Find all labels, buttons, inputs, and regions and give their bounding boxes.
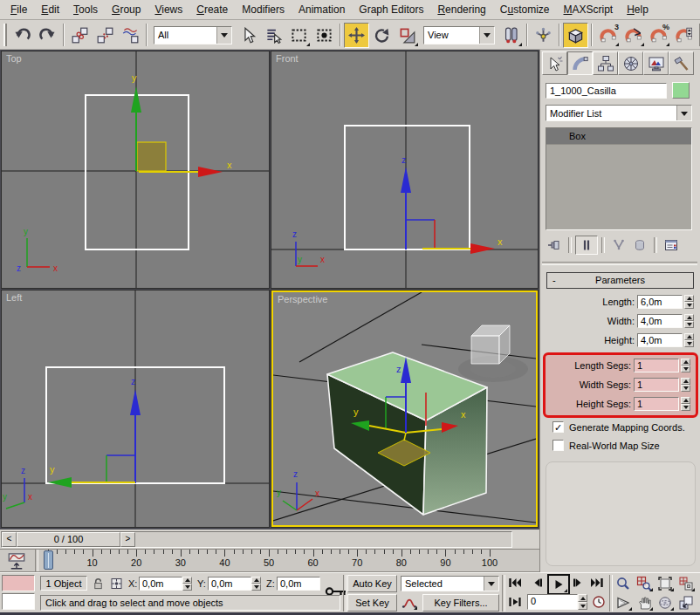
use-pivot-point-center-button[interactable] [498, 23, 524, 48]
menu-item-modifiers[interactable]: Modifiers [235, 1, 292, 18]
width-spinner[interactable] [684, 314, 694, 328]
modifier-stack-item-box[interactable]: Box [546, 128, 691, 145]
menu-item-graph-editors[interactable]: Graph Editors [352, 1, 430, 18]
show-end-result-button[interactable] [575, 236, 598, 255]
object-color-swatch[interactable] [672, 82, 690, 99]
height-segs-field[interactable]: 1 [634, 397, 679, 411]
tab-create[interactable] [542, 51, 567, 75]
next-frame-button[interactable] [569, 575, 587, 591]
menu-item-create[interactable]: Create [189, 1, 235, 18]
tab-hierarchy[interactable] [593, 51, 618, 75]
width-segs-field[interactable]: 1 [634, 378, 679, 392]
snap-3d-button[interactable]: 3 [595, 23, 621, 48]
object-name-field[interactable]: 1_1000_Casilla [546, 83, 667, 99]
previous-frame-slider-button[interactable]: < [2, 532, 17, 547]
select-and-rotate-button[interactable] [369, 23, 395, 48]
viewport-label-perspective[interactable]: Perspective [278, 294, 327, 304]
current-frame-spinner[interactable] [578, 594, 587, 610]
select-by-name-button[interactable] [261, 23, 286, 48]
window-crossing-toggle-button[interactable] [312, 23, 337, 48]
parameters-rollout-header[interactable]: - Parameters [546, 272, 694, 289]
width-field[interactable]: 4,0m [637, 314, 683, 328]
length-field[interactable]: 6,0m [637, 295, 683, 309]
time-slider-value-button[interactable]: 0 / 100 [17, 532, 120, 547]
snaps-toggle-button[interactable] [563, 23, 588, 48]
absolute-offset-mode-toggle[interactable] [109, 577, 124, 591]
undo-button[interactable] [10, 23, 35, 48]
y-coord-spinner[interactable] [251, 577, 261, 591]
set-key-button[interactable]: Set Key [347, 594, 397, 612]
menu-item-views[interactable]: Views [148, 1, 189, 18]
go-to-end-button[interactable] [588, 575, 606, 591]
viewport-label-front[interactable]: Front [276, 53, 299, 64]
menu-item-maxscript[interactable]: MAXScript [557, 1, 621, 18]
rollout-collapse-icon[interactable]: - [552, 273, 556, 287]
menu-item-file[interactable]: File [3, 1, 34, 18]
tab-display[interactable] [643, 51, 669, 75]
open-mini-curve-editor-button[interactable] [5, 552, 28, 570]
zoom-button[interactable] [613, 574, 633, 592]
trackbar-frame-handle[interactable] [44, 550, 53, 570]
length-segs-spinner[interactable] [681, 359, 690, 372]
height-segs-spinner[interactable] [681, 397, 690, 411]
time-configuration-button[interactable] [590, 594, 607, 610]
selection-lock-toggle[interactable] [92, 577, 105, 591]
viewport-left[interactable]: z y z y x Left [2, 290, 269, 527]
viewport-front[interactable]: z x z y x Front [271, 51, 538, 288]
length-spinner[interactable] [684, 295, 694, 309]
key-mode-dropdown[interactable]: Selected [401, 576, 499, 591]
tab-utilities[interactable] [669, 51, 694, 75]
make-unique-button[interactable] [608, 236, 629, 254]
move-gizmo-front[interactable]: z x [401, 154, 503, 254]
pan-view-button[interactable] [634, 593, 654, 612]
x-coord-spinner[interactable] [182, 577, 192, 591]
maxscript-mini-listener-macro[interactable] [2, 575, 35, 591]
select-and-move-button[interactable] [344, 23, 369, 48]
move-gizmo-left[interactable]: z y [48, 376, 141, 488]
viewport-top[interactable]: y x y z x Top [2, 51, 269, 288]
menu-item-rendering[interactable]: Rendering [430, 1, 492, 18]
toolbar-grip[interactable] [3, 24, 7, 46]
zoom-extents-all-button[interactable] [676, 574, 696, 592]
menu-item-tools[interactable]: Tools [66, 1, 105, 18]
redo-button[interactable] [35, 23, 60, 48]
go-to-start-button[interactable] [506, 575, 524, 591]
y-coord-field[interactable]: 0,0m [208, 577, 251, 591]
key-mode-toggle-button[interactable] [506, 594, 524, 610]
bind-to-space-warp-button[interactable] [118, 23, 143, 48]
reference-coordinate-system-dropdown-arrow[interactable] [479, 27, 494, 44]
height-spinner[interactable] [684, 333, 694, 347]
tab-motion[interactable] [618, 51, 643, 75]
track-bar[interactable]: 0102030405060708090100 [0, 549, 539, 572]
default-in-out-tangents-button[interactable] [401, 595, 418, 611]
current-frame-field[interactable]: 0 [527, 594, 578, 610]
pin-stack-button[interactable] [544, 236, 565, 254]
menu-item-edit[interactable]: Edit [34, 1, 66, 18]
select-and-link-button[interactable] [67, 23, 93, 48]
real-world-map-size-checkbox[interactable] [552, 440, 564, 451]
select-and-manipulate-button[interactable] [531, 23, 556, 48]
tab-modify[interactable] [567, 51, 593, 75]
play-animation-button[interactable] [547, 574, 570, 595]
length-segs-field[interactable]: 1 [634, 359, 679, 372]
viewport-label-top[interactable]: Top [6, 53, 22, 64]
x-coord-field[interactable]: 0,0m [139, 577, 182, 591]
modifier-list-dropdown-arrow[interactable] [676, 106, 691, 120]
viewport-label-left[interactable]: Left [6, 292, 22, 303]
z-coord-field[interactable]: 0,0m [277, 577, 320, 591]
maxscript-mini-listener-line[interactable] [2, 593, 35, 610]
zoom-extents-button[interactable] [655, 574, 675, 592]
modifier-stack[interactable]: Box [546, 127, 692, 230]
move-gizmo-top[interactable]: y x [131, 72, 232, 177]
selection-filter-dropdown-arrow[interactable] [216, 27, 231, 44]
next-frame-slider-button[interactable]: > [120, 532, 135, 547]
generate-mapping-coords-checkbox[interactable]: ✓ [552, 421, 564, 433]
auto-key-button[interactable]: Auto Key [347, 575, 397, 592]
min-max-toggle-button[interactable] [676, 593, 696, 612]
selection-filter-dropdown[interactable]: All [154, 26, 232, 44]
menu-item-help[interactable]: Help [620, 1, 655, 18]
configure-modifier-sets-button[interactable] [661, 236, 682, 254]
previous-frame-button[interactable] [529, 575, 546, 591]
rectangular-selection-region-button[interactable] [286, 23, 312, 48]
menu-item-animation[interactable]: Animation [292, 1, 352, 18]
